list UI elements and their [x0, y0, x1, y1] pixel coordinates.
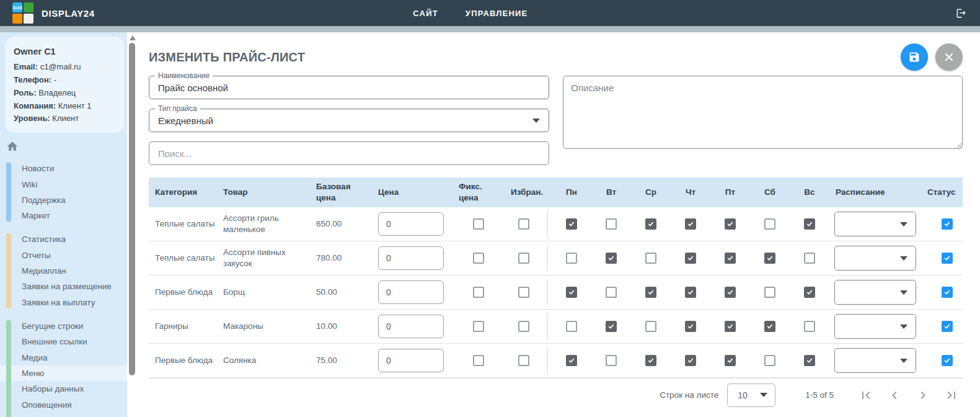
- sidebar-item[interactable]: Маркет: [0, 208, 127, 223]
- day-checkbox[interactable]: [804, 355, 815, 366]
- search-input[interactable]: [149, 141, 549, 165]
- day-checkbox[interactable]: [725, 321, 736, 332]
- price-input[interactable]: [378, 280, 444, 304]
- day-checkbox[interactable]: [645, 355, 656, 366]
- sidebar-item[interactable]: Внешние ссылки: [0, 334, 127, 349]
- app-logo[interactable]: D24: [12, 2, 33, 24]
- day-checkbox[interactable]: [725, 253, 736, 264]
- day-checkbox[interactable]: [804, 287, 815, 298]
- sidebar-item[interactable]: HTML шаблоны: [0, 413, 127, 417]
- check-icon: [726, 289, 734, 296]
- schedule-select[interactable]: [834, 280, 916, 305]
- save-button[interactable]: [901, 43, 928, 71]
- fixed-price-checkbox[interactable]: [473, 253, 484, 264]
- favorite-checkbox[interactable]: [518, 253, 529, 264]
- sidebar-item[interactable]: Оповещения: [0, 397, 127, 413]
- scrollbar-up-arrow-icon[interactable]: [130, 35, 136, 40]
- home-button[interactable]: [6, 140, 20, 155]
- navbar-link[interactable]: САЙТ: [413, 9, 438, 18]
- day-checkbox[interactable]: [685, 218, 696, 230]
- day-checkbox[interactable]: [606, 218, 617, 230]
- schedule-select[interactable]: [834, 348, 916, 373]
- favorite-checkbox[interactable]: [518, 287, 529, 298]
- day-checkbox[interactable]: [645, 321, 656, 332]
- day-checkbox[interactable]: [645, 218, 656, 230]
- sidebar-item[interactable]: Отчеты: [0, 248, 127, 263]
- day-checkbox[interactable]: [685, 253, 696, 264]
- sidebar-item[interactable]: Бегущие строки: [0, 318, 127, 334]
- favorite-checkbox[interactable]: [518, 321, 529, 332]
- day-checkbox[interactable]: [725, 287, 736, 298]
- price-input[interactable]: [378, 349, 444, 372]
- day-checkbox[interactable]: [804, 253, 815, 264]
- day-checkbox[interactable]: [606, 355, 617, 366]
- scrollbar-thumb[interactable]: [129, 43, 135, 375]
- sidebar-item[interactable]: Заявки на выплату: [0, 295, 127, 310]
- description-textarea[interactable]: [563, 76, 963, 149]
- sidebar-item[interactable]: Заявки на размещение: [0, 279, 127, 294]
- cell-base-price: 50.00: [310, 287, 372, 298]
- next-page-button[interactable]: [916, 388, 930, 403]
- name-field[interactable]: Наименование: [149, 76, 549, 99]
- first-page-button[interactable]: [859, 388, 873, 403]
- favorite-checkbox[interactable]: [518, 355, 529, 366]
- status-checkbox[interactable]: [942, 253, 953, 264]
- price-input[interactable]: [378, 212, 444, 236]
- day-checkbox[interactable]: [685, 287, 696, 298]
- day-checkbox[interactable]: [566, 253, 577, 264]
- sidebar-scrollbar[interactable]: [127, 32, 138, 417]
- day-checkbox[interactable]: [606, 287, 617, 298]
- sidebar-item[interactable]: Наборы данных: [0, 381, 127, 397]
- status-checkbox[interactable]: [942, 218, 953, 230]
- day-checkbox[interactable]: [566, 355, 577, 366]
- day-checkbox[interactable]: [804, 218, 815, 230]
- schedule-select[interactable]: [834, 314, 916, 339]
- day-checkbox[interactable]: [566, 321, 577, 332]
- rows-per-page-select[interactable]: 10: [727, 383, 775, 407]
- cell-base-price: 75.00: [310, 355, 372, 366]
- status-checkbox[interactable]: [942, 355, 953, 366]
- day-checkbox[interactable]: [764, 287, 775, 298]
- sidebar-item[interactable]: Медиа: [0, 350, 127, 365]
- sidebar-item[interactable]: Wiki: [0, 177, 127, 192]
- fixed-price-checkbox[interactable]: [473, 287, 484, 298]
- close-button[interactable]: [935, 43, 963, 71]
- day-checkbox[interactable]: [725, 218, 736, 230]
- fixed-price-checkbox[interactable]: [473, 355, 484, 366]
- day-checkbox[interactable]: [725, 355, 736, 366]
- sidebar-item[interactable]: Новости: [0, 161, 127, 176]
- sidebar-item[interactable]: Медиаплан: [0, 263, 127, 279]
- schedule-select[interactable]: [834, 246, 916, 271]
- sidebar-item[interactable]: Меню: [0, 365, 127, 381]
- day-checkbox[interactable]: [764, 218, 775, 230]
- sidebar-item[interactable]: Поддержка: [0, 192, 127, 208]
- price-input[interactable]: [378, 246, 444, 270]
- day-checkbox[interactable]: [685, 355, 696, 366]
- day-checkbox[interactable]: [685, 321, 696, 332]
- name-input[interactable]: [158, 83, 540, 93]
- price-input[interactable]: [378, 315, 444, 338]
- status-checkbox[interactable]: [942, 287, 953, 298]
- status-checkbox[interactable]: [942, 321, 953, 332]
- day-checkbox[interactable]: [764, 321, 775, 332]
- fixed-price-checkbox[interactable]: [473, 218, 484, 230]
- day-checkbox[interactable]: [645, 287, 656, 298]
- logout-button[interactable]: [956, 7, 968, 19]
- day-checkbox[interactable]: [764, 355, 775, 366]
- day-checkbox[interactable]: [606, 321, 617, 332]
- day-checkbox[interactable]: [764, 253, 775, 264]
- favorite-checkbox[interactable]: [518, 218, 529, 230]
- cell-day: [552, 253, 591, 264]
- day-checkbox[interactable]: [566, 218, 577, 230]
- navbar-link[interactable]: УПРАВЛЕНИЕ: [466, 9, 528, 18]
- day-checkbox[interactable]: [606, 253, 617, 264]
- fixed-price-checkbox[interactable]: [473, 321, 484, 332]
- sidebar-item[interactable]: Статистика: [0, 231, 127, 247]
- last-page-button[interactable]: [944, 388, 959, 403]
- day-checkbox[interactable]: [645, 253, 656, 264]
- schedule-select[interactable]: [834, 212, 916, 236]
- day-checkbox[interactable]: [804, 321, 815, 332]
- price-type-select[interactable]: Тип прайса Ежедневный: [149, 109, 549, 132]
- day-checkbox[interactable]: [566, 287, 577, 298]
- previous-page-button[interactable]: [887, 388, 902, 403]
